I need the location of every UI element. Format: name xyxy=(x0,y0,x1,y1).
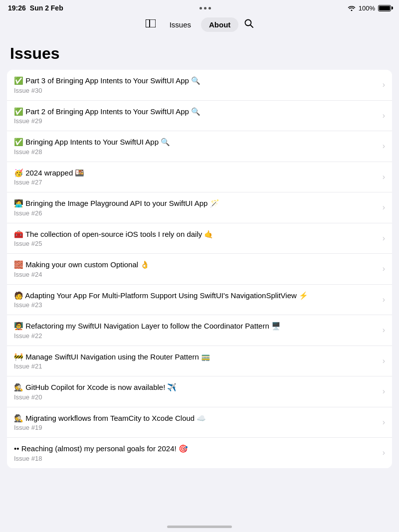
battery-icon xyxy=(378,5,391,11)
issues-tab[interactable]: Issues xyxy=(162,17,199,32)
chevron-right-icon: › xyxy=(383,326,385,335)
issue-content: 🧑‍🏫 Refactoring my SwiftUI Navigation La… xyxy=(14,321,379,340)
status-bar: 19:26 Sun 2 Feb 100% xyxy=(0,0,399,14)
issue-content: 🚧 Manage SwiftUI Navigation using the Ro… xyxy=(14,352,379,370)
list-item[interactable]: 🥳 2024 wrapped 🍱Issue #27› xyxy=(7,162,392,193)
chevron-right-icon: › xyxy=(383,418,385,427)
issue-content: 🧑 Adapting Your App For Multi-Platform S… xyxy=(14,291,379,309)
chevron-right-icon: › xyxy=(383,142,385,151)
list-item[interactable]: ✅ Bringing App Intents to Your SwiftUI A… xyxy=(7,131,392,162)
issue-title: ✅ Bringing App Intents to Your SwiftUI A… xyxy=(14,137,379,147)
chevron-right-icon: › xyxy=(383,234,385,243)
svg-rect-0 xyxy=(146,19,150,27)
issue-content: 🧰 The collection of open-source iOS tool… xyxy=(14,229,379,248)
issue-title: 🕵️ Migrating workflows from TeamCity to … xyxy=(14,413,379,423)
issue-content: 🥳 2024 wrapped 🍱Issue #27 xyxy=(14,168,379,186)
about-tab[interactable]: About xyxy=(201,17,238,32)
issue-number: Issue #23 xyxy=(14,301,379,309)
list-item[interactable]: ✅ Part 2 of Bringing App Intents to Your… xyxy=(7,101,392,132)
list-item[interactable]: ✅ Part 3 of Bringing App Intents to Your… xyxy=(7,70,392,101)
issue-title: 🕵️ GitHub Copilot for Xcode is now avail… xyxy=(14,382,379,392)
issue-number: Issue #18 xyxy=(14,455,379,462)
issue-title: ✅ Part 2 of Bringing App Intents to Your… xyxy=(14,107,379,117)
list-item[interactable]: 🧑‍🏫 Refactoring my SwiftUI Navigation La… xyxy=(7,315,392,346)
chevron-right-icon: › xyxy=(383,264,385,273)
issue-number: Issue #28 xyxy=(14,148,379,156)
list-item[interactable]: •• Reaching (almost) my personal goals f… xyxy=(7,438,392,468)
issue-title: 🧰 The collection of open-source iOS tool… xyxy=(14,229,379,239)
issue-number: Issue #22 xyxy=(14,332,379,340)
chevron-right-icon: › xyxy=(383,173,385,181)
issue-content: 🕵️ GitHub Copilot for Xcode is now avail… xyxy=(14,382,379,401)
chevron-right-icon: › xyxy=(383,356,385,365)
issue-title: 🧱 Making your own custom Optional 👌 xyxy=(14,260,379,270)
issue-title: ✅ Part 3 of Bringing App Intents to Your… xyxy=(14,76,379,86)
sidebar-toggle-button[interactable] xyxy=(142,16,160,33)
svg-rect-1 xyxy=(146,19,156,27)
battery-percentage: 100% xyxy=(359,4,375,12)
issue-number: Issue #24 xyxy=(14,271,379,278)
chevron-right-icon: › xyxy=(383,295,385,304)
issue-title: 🧑‍💻 Bringing the Image Playground API to… xyxy=(14,198,379,208)
list-item[interactable]: 🕵️ GitHub Copilot for Xcode is now avail… xyxy=(7,376,392,407)
issue-content: ✅ Part 3 of Bringing App Intents to Your… xyxy=(14,76,379,94)
issue-content: 🕵️ Migrating workflows from TeamCity to … xyxy=(14,413,379,432)
wifi-icon xyxy=(348,5,356,11)
issue-number: Issue #29 xyxy=(14,117,379,125)
list-item[interactable]: 🧑 Adapting Your App For Multi-Platform S… xyxy=(7,285,392,316)
issue-title: 🥳 2024 wrapped 🍱 xyxy=(14,168,379,178)
status-right: 100% xyxy=(348,4,391,12)
issue-content: ✅ Part 2 of Bringing App Intents to Your… xyxy=(14,107,379,125)
issue-number: Issue #21 xyxy=(14,362,379,370)
issue-title: 🚧 Manage SwiftUI Navigation using the Ro… xyxy=(14,352,379,362)
chevron-right-icon: › xyxy=(383,111,385,120)
status-date: Sun 2 Feb xyxy=(30,4,63,12)
issue-content: •• Reaching (almost) my personal goals f… xyxy=(14,444,379,462)
issues-list: ✅ Part 3 of Bringing App Intents to Your… xyxy=(7,70,392,468)
chevron-right-icon: › xyxy=(383,387,385,396)
list-item[interactable]: 🕵️ Migrating workflows from TeamCity to … xyxy=(7,407,392,438)
home-indicator xyxy=(167,526,232,528)
issue-content: ✅ Bringing App Intents to Your SwiftUI A… xyxy=(14,137,379,156)
page-title: Issues xyxy=(7,39,392,70)
search-button[interactable] xyxy=(240,16,257,33)
nav-bar: Issues About xyxy=(0,14,399,39)
issue-title: 🧑 Adapting Your App For Multi-Platform S… xyxy=(14,291,379,301)
svg-line-4 xyxy=(250,25,253,27)
issue-content: 🧑‍💻 Bringing the Image Playground API to… xyxy=(14,198,379,217)
issue-title: 🧑‍🏫 Refactoring my SwiftUI Navigation La… xyxy=(14,321,379,331)
list-item[interactable]: 🚧 Manage SwiftUI Navigation using the Ro… xyxy=(7,346,392,377)
issue-number: Issue #19 xyxy=(14,424,379,431)
chevron-right-icon: › xyxy=(383,448,385,457)
issue-number: Issue #27 xyxy=(14,178,379,186)
issue-number: Issue #20 xyxy=(14,393,379,401)
issue-number: Issue #30 xyxy=(14,87,379,94)
list-item[interactable]: 🧑‍💻 Bringing the Image Playground API to… xyxy=(7,192,392,223)
status-time: 19:26 xyxy=(8,4,26,12)
issue-content: 🧱 Making your own custom Optional 👌Issue… xyxy=(14,260,379,278)
issue-number: Issue #25 xyxy=(14,240,379,247)
status-center-dots xyxy=(200,7,211,9)
issue-title: •• Reaching (almost) my personal goals f… xyxy=(14,444,379,454)
chevron-right-icon: › xyxy=(383,203,385,212)
issue-number: Issue #26 xyxy=(14,209,379,217)
list-item[interactable]: 🧰 The collection of open-source iOS tool… xyxy=(7,223,392,254)
list-item[interactable]: 🧱 Making your own custom Optional 👌Issue… xyxy=(7,254,392,285)
main-content: Issues ✅ Part 3 of Bringing App Intents … xyxy=(0,39,399,483)
chevron-right-icon: › xyxy=(383,80,385,89)
